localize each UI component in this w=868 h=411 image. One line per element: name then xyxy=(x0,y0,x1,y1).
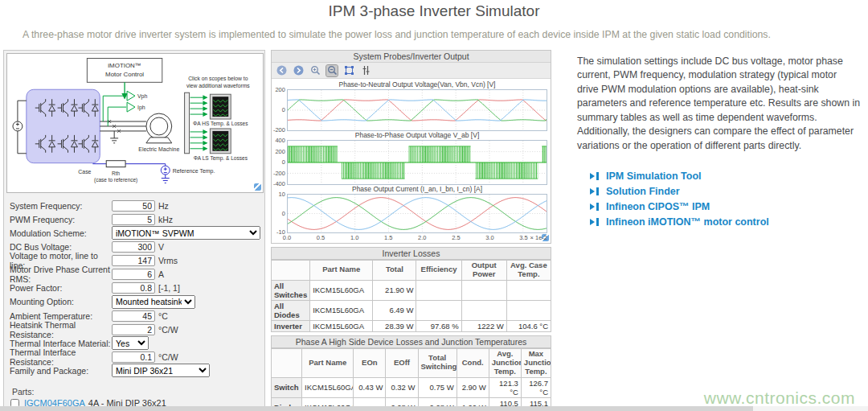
field-select[interactable]: Mounted heatsink xyxy=(112,295,195,309)
field-label: Modulation Scheme: xyxy=(10,228,112,238)
field-select[interactable]: Mini DIP 36x21 xyxy=(112,364,210,377)
column-header: Part Name xyxy=(302,348,354,377)
plot: 100-10 xyxy=(273,194,547,233)
zoom-box-icon[interactable] xyxy=(343,65,354,76)
link-label: Infineon iMOTION™ motor control xyxy=(606,216,769,228)
scope-toolbar xyxy=(272,63,551,79)
forward-icon[interactable] xyxy=(293,65,304,76)
x-tick-label: 2.0 xyxy=(418,234,426,241)
table-cell: 121.3 °C xyxy=(489,377,521,397)
back-icon[interactable] xyxy=(276,65,287,76)
field-input[interactable] xyxy=(112,324,155,335)
table-cell: 21.90 W xyxy=(373,280,416,300)
field-select[interactable]: iMOTION™ SVPWM xyxy=(112,226,260,240)
diagram-expand-icon[interactable] xyxy=(254,183,261,191)
column-header: Part Name xyxy=(310,261,373,281)
scope-panel-title: System Probes/Inverter Output xyxy=(272,51,551,63)
page: IPM 3-phase Inverter Simulator A three-p… xyxy=(0,0,868,411)
y-tick-label: 0 xyxy=(282,106,285,113)
x-tick-label: 1.0 xyxy=(350,234,358,241)
field-label: System Frequency: xyxy=(10,201,112,211)
link-arrow-icon xyxy=(590,218,599,227)
related-link[interactable]: Infineon iMOTION™ motor control xyxy=(590,216,860,228)
x-axis-labels: 0.00.51.01.52.02.53.03.5× 1e-2 xyxy=(287,233,547,242)
results-section: Inverter LossesPart NameTotalEfficiencyO… xyxy=(271,247,551,332)
table-cell: All Diodes xyxy=(272,300,310,320)
table-cell: IKCM15L60GA xyxy=(310,320,373,331)
field-input[interactable] xyxy=(112,255,155,266)
x-axis-multiplier: × 1e-2 xyxy=(530,234,547,241)
field-input[interactable] xyxy=(112,214,155,225)
table-cell: 126.7 °C xyxy=(521,377,551,397)
results-table: Part NameTotalEfficiencyOutput PowerAvg.… xyxy=(271,260,551,332)
field-unit: [-1, 1] xyxy=(158,283,180,293)
form-field-row: Motor Drive Phase Current RMS:A xyxy=(10,269,260,280)
table-cell: 6.49 W xyxy=(373,300,416,320)
ls-scope-icon[interactable] xyxy=(190,129,231,154)
hs-scope-label: ΦA HS Temp. & Losses xyxy=(193,121,248,127)
y-axis-labels: 100-10 xyxy=(273,194,287,232)
related-links: IPM Simulation ToolSolution FinderInfine… xyxy=(577,171,860,228)
y-tick-label: 0 xyxy=(282,209,285,216)
form-field-row: PWM Frequency:kHz xyxy=(10,214,260,225)
zoom-out-icon[interactable] xyxy=(326,65,338,76)
field-input[interactable] xyxy=(112,269,155,280)
y-tick-label: -200 xyxy=(273,126,285,134)
column-header: Output Power xyxy=(461,261,506,281)
table-cell xyxy=(506,300,551,320)
hs-scope-icon[interactable] xyxy=(190,94,231,119)
svg-text:(case to reference): (case to reference) xyxy=(94,177,137,183)
vph-probe xyxy=(127,91,135,101)
field-input[interactable] xyxy=(112,241,155,253)
scrollbar-thumb[interactable] xyxy=(0,406,753,411)
column-header: EOn xyxy=(354,348,386,377)
field-unit: A xyxy=(158,269,164,279)
field-input[interactable] xyxy=(112,310,155,322)
related-link[interactable]: Solution Finder xyxy=(590,186,860,197)
field-input[interactable] xyxy=(112,282,155,294)
field-unit: °C/W xyxy=(158,325,178,335)
field-input[interactable] xyxy=(112,351,155,363)
cursors-icon[interactable] xyxy=(360,65,371,76)
link-label: Infineon CIPOS™ IPM xyxy=(606,201,710,212)
link-arrow-icon xyxy=(590,187,599,196)
table-cell: 0.75 W xyxy=(418,377,457,397)
table-title: Inverter Losses xyxy=(271,247,551,260)
zoom-in-icon[interactable] xyxy=(309,65,321,76)
table-cell: IKCM15L60GA xyxy=(310,280,373,300)
related-link[interactable]: Infineon CIPOS™ IPM xyxy=(590,201,860,212)
table-cell: 2.90 W xyxy=(457,377,489,397)
plot-canvas[interactable] xyxy=(287,194,547,233)
svg-text:view additional waveforms: view additional waveforms xyxy=(186,83,250,88)
form-field-row: Power Factor:[-1, 1] xyxy=(10,283,260,294)
form-field-row: Heatsink Thermal Resistance:°C/W xyxy=(10,324,260,335)
horizontal-scrollbar[interactable] xyxy=(0,406,868,411)
x-tick-label: 0.0 xyxy=(283,234,291,241)
rth-resistor xyxy=(106,161,125,167)
scopes-note: Click on scopes below to xyxy=(188,76,248,82)
y-axis-labels: 4002000-200-400 xyxy=(273,140,287,183)
x-tick-label: 1.5 xyxy=(384,234,392,241)
column-header xyxy=(272,348,302,377)
plot: 4002000-200-400 xyxy=(273,140,547,185)
field-unit: kHz xyxy=(158,215,173,224)
field-select[interactable]: Yes xyxy=(112,336,149,350)
plot-canvas[interactable] xyxy=(287,89,547,131)
field-unit: °C xyxy=(158,311,168,321)
vph-label: Vph xyxy=(137,93,147,100)
table-cell xyxy=(416,280,461,300)
related-link[interactable]: IPM Simulation Tool xyxy=(590,171,860,182)
field-unit: °C/W xyxy=(158,352,178,362)
column-header: Avg. Case Temp. xyxy=(506,261,551,281)
field-input[interactable] xyxy=(112,200,155,212)
waveform-plots: Phase-to-Neutral Output Voltage(Van, Vbn… xyxy=(272,79,551,243)
column-header: EOff xyxy=(386,348,418,377)
plot: 2000-200 xyxy=(273,89,547,131)
plot-canvas[interactable] xyxy=(287,140,547,185)
motor-control-label: iMOTION™ xyxy=(108,62,141,69)
rth-label: Rth xyxy=(112,171,120,176)
page-title: IPM 3-phase Inverter Simulator xyxy=(0,2,868,20)
table-row: All SwitchesIKCM15L60GA21.90 W xyxy=(272,280,551,300)
link-label: Solution Finder xyxy=(606,186,680,197)
circuit-diagram: iMOTION™ Motor Control Electric Machine xyxy=(6,53,264,193)
